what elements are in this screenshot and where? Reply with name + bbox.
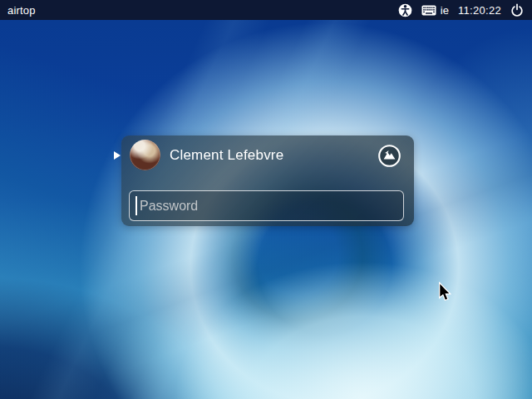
password-input[interactable] [129, 190, 404, 221]
power-menu[interactable] [510, 3, 524, 17]
session-badge-button[interactable] [378, 145, 401, 167]
keyboard-layout-menu[interactable]: ie [421, 4, 449, 17]
top-panel: airtop [0, 0, 532, 20]
session-emblem-icon [378, 145, 401, 167]
indicator-area: ie 11:20:22 [398, 3, 532, 17]
selected-user-arrow-icon [114, 151, 121, 160]
hostname-label: airtop [0, 4, 36, 17]
universal-access-icon [398, 3, 412, 17]
keyboard-layout-label: ie [441, 4, 449, 17]
text-caret [135, 196, 137, 215]
power-icon [510, 3, 524, 17]
accessibility-menu[interactable] [398, 3, 412, 17]
keyboard-icon [421, 5, 436, 16]
login-panel: Clement Lefebvre [121, 135, 414, 226]
username-label: Clement Lefebvre [170, 147, 283, 164]
clock-label: 11:20:22 [458, 4, 501, 17]
mouse-cursor [438, 282, 451, 302]
user-avatar [130, 140, 160, 170]
